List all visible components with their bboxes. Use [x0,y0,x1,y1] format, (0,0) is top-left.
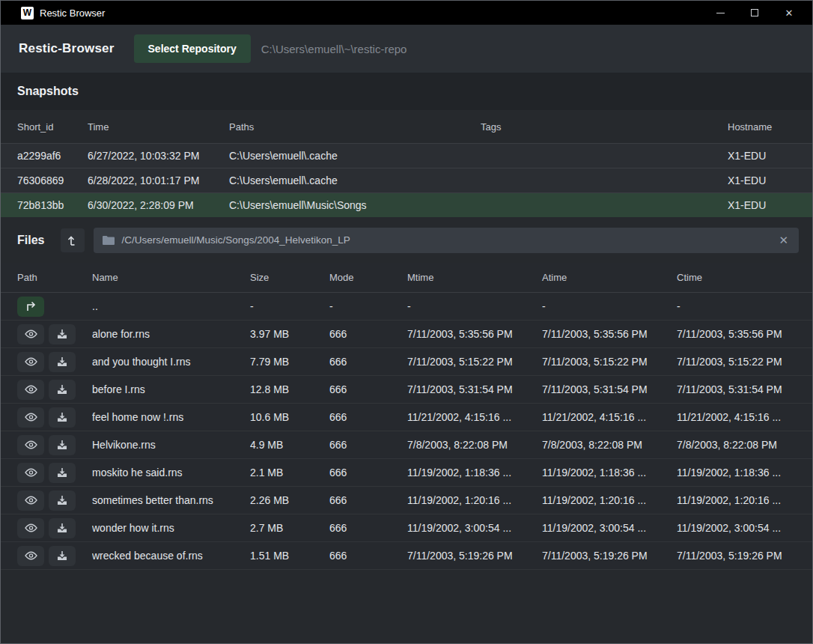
snapshots-table-header: Short_id Time Paths Tags Hostname [1,110,812,143]
file-name: feel home now !.rns [92,411,250,423]
file-size: 2.26 MB [250,494,329,506]
file-ctime: 7/8/2003, 8:22:08 PM [677,439,812,451]
download-file-button[interactable] [49,518,76,538]
download-file-button[interactable] [49,324,76,344]
eye-icon [25,385,37,394]
download-file-button[interactable] [49,352,76,372]
download-icon [57,384,67,395]
column-header-path[interactable]: Path [17,272,92,283]
file-row[interactable]: Helvikone.rns 4.9 MB 666 7/8/2003, 8:22:… [1,431,812,459]
file-mtime: - [407,300,542,312]
snapshot-short-id: 72b813bb [17,199,88,211]
file-atime: 11/19/2002, 3:00:54 ... [542,522,677,534]
close-icon: ✕ [785,8,794,18]
download-icon [57,412,67,422]
preview-file-button[interactable] [17,352,44,372]
page-title: Restic-Browser [19,41,115,56]
preview-file-button[interactable] [17,546,44,566]
preview-file-button[interactable] [17,435,44,455]
download-file-button[interactable] [49,490,76,511]
file-mode: 666 [329,550,407,562]
snapshots-section-header: Snapshots [1,73,812,110]
column-header-atime[interactable]: Atime [542,272,677,283]
snapshot-time: 6/28/2022, 10:01:17 PM [88,174,229,186]
column-header-short-id[interactable]: Short_id [17,121,88,133]
file-ctime: 7/11/2003, 5:31:54 PM [677,383,812,395]
file-name: Helvikone.rns [92,439,250,451]
snapshot-paths: C:\Users\emuell\.cache [229,150,481,162]
preview-file-button[interactable] [17,380,44,400]
app-window: W Restic Browser ✕ Restic-Browser Select… [0,0,813,644]
file-row[interactable]: feel home now !.rns 10.6 MB 666 11/21/20… [1,404,812,431]
eye-icon [25,496,37,505]
download-file-button[interactable] [49,380,76,400]
file-mode: 666 [329,522,407,534]
snapshot-hostname: X1-EDU [728,150,812,162]
app-logo-icon: W [21,7,34,19]
select-repository-button[interactable]: Select Repository [134,34,251,63]
files-title: Files [17,234,44,247]
file-name: wrecked because of.rns [92,550,250,562]
preview-file-button[interactable] [17,490,44,511]
maximize-button[interactable] [737,1,772,25]
file-ctime: 11/19/2002, 3:00:54 ... [677,522,812,534]
snapshots-table-body: a2299af6 6/27/2022, 10:03:32 PM C:\Users… [1,143,812,217]
column-header-ctime[interactable]: Ctime [677,272,812,283]
file-size: 7.79 MB [250,356,329,368]
close-button[interactable]: ✕ [772,1,806,25]
preview-file-button[interactable] [17,324,44,344]
file-mode: 666 [329,328,407,340]
file-size: 2.7 MB [250,522,329,534]
download-icon [57,356,67,367]
enter-parent-directory-button[interactable] [17,297,44,317]
current-path-input[interactable]: /C/Users/emuell/Music/Songs/2004_Helveti… [94,228,799,253]
file-row[interactable]: before I.rns 12.8 MB 666 7/11/2003, 5:31… [1,376,812,404]
column-header-mtime[interactable]: Mtime [407,272,542,283]
download-icon [57,329,67,339]
clear-path-button[interactable]: ✕ [777,234,790,247]
snapshot-row[interactable]: a2299af6 6/27/2022, 10:03:32 PM C:\Users… [1,143,812,168]
preview-file-button[interactable] [17,518,44,538]
file-row[interactable]: wonder how it.rns 2.7 MB 666 11/19/2002,… [1,514,812,542]
download-file-button[interactable] [49,546,76,566]
column-header-hostname[interactable]: Hostname [728,121,812,133]
file-mtime: 11/19/2002, 1:20:16 ... [407,494,542,506]
column-header-time[interactable]: Time [88,121,229,133]
download-file-button[interactable] [49,435,76,455]
download-file-button[interactable] [49,463,76,483]
file-mtime: 7/11/2003, 5:35:56 PM [407,328,542,340]
file-row[interactable]: alone for.rns 3.97 MB 666 7/11/2003, 5:3… [1,321,812,348]
up-directory-button[interactable] [61,228,85,252]
file-atime: 7/11/2003, 5:31:54 PM [542,383,677,395]
file-size: 3.97 MB [250,328,329,340]
file-name: before I.rns [92,383,250,395]
eye-icon [25,413,37,422]
file-row[interactable]: and you thought I.rns 7.79 MB 666 7/11/2… [1,348,812,376]
eye-icon [25,551,37,560]
download-file-button[interactable] [49,407,76,428]
file-row[interactable]: moskito he said.rns 2.1 MB 666 11/19/200… [1,459,812,487]
column-header-tags[interactable]: Tags [481,121,728,133]
file-size: 10.6 MB [250,411,329,423]
snapshot-paths: C:\Users\emuell\Music\Songs [229,199,481,211]
preview-file-button[interactable] [17,407,44,428]
file-row[interactable]: wrecked because of.rns 1.51 MB 666 7/11/… [1,542,812,570]
file-mtime: 11/19/2002, 1:18:36 ... [407,467,542,479]
snapshot-paths: C:\Users\emuell\.cache [229,174,481,186]
preview-file-button[interactable] [17,463,44,483]
column-header-mode[interactable]: Mode [329,272,407,283]
file-atime: 7/11/2003, 5:35:56 PM [542,328,677,340]
column-header-paths[interactable]: Paths [229,121,481,133]
header: Restic-Browser Select Repository C:\User… [1,25,812,73]
minimize-button[interactable] [703,1,737,25]
column-header-size[interactable]: Size [250,272,329,283]
snapshot-row[interactable]: 76306869 6/28/2022, 10:01:17 PM C:\Users… [1,168,812,192]
column-header-name[interactable]: Name [92,272,250,283]
file-mode: 666 [329,439,407,451]
snapshot-row[interactable]: 72b813bb 6/30/2022, 2:28:09 PM C:\Users\… [1,192,812,217]
file-atime: 7/11/2003, 5:15:22 PM [542,356,677,368]
parent-directory-row[interactable]: .. - - - - - [1,293,812,321]
window-title: Restic Browser [40,7,105,19]
file-row[interactable]: sometimes better than.rns 2.26 MB 666 11… [1,487,812,514]
minimize-icon [716,13,725,13]
